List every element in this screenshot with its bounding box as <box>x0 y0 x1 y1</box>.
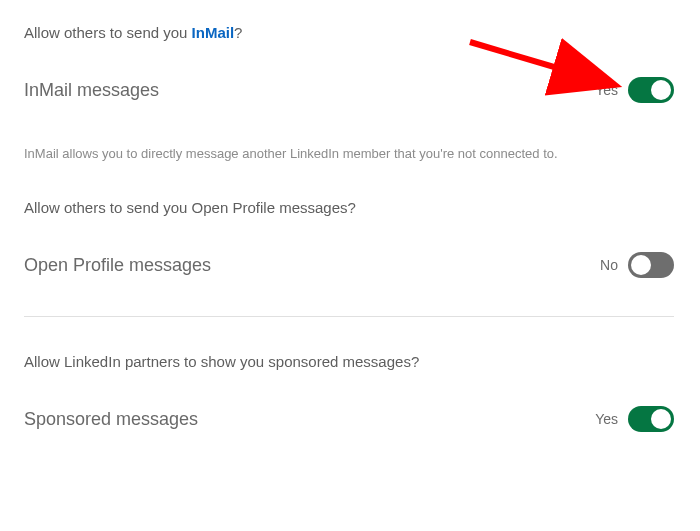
svg-line-1 <box>470 42 605 82</box>
inmail-toggle-wrap: Yes <box>595 77 674 103</box>
toggle-knob <box>631 255 651 275</box>
sponsored-toggle[interactable] <box>628 406 674 432</box>
open-profile-toggle-label: No <box>600 257 618 273</box>
inmail-brand-text: InMail <box>192 24 235 41</box>
inmail-title: InMail messages <box>24 80 159 101</box>
open-profile-title: Open Profile messages <box>24 255 211 276</box>
inmail-description: InMail allows you to directly message an… <box>24 145 674 163</box>
sponsored-setting-row: Sponsored messages Yes <box>24 406 674 432</box>
open-profile-setting-row: Open Profile messages No <box>24 252 674 278</box>
sponsored-toggle-wrap: Yes <box>595 406 674 432</box>
open-profile-toggle-wrap: No <box>600 252 674 278</box>
toggle-knob <box>651 409 671 429</box>
sponsored-toggle-label: Yes <box>595 411 618 427</box>
inmail-question-prefix: Allow others to send you <box>24 24 192 41</box>
inmail-setting-row: InMail messages Yes <box>24 77 674 103</box>
section-divider <box>24 316 674 317</box>
sponsored-question: Allow LinkedIn partners to show you spon… <box>24 353 674 370</box>
inmail-toggle-label: Yes <box>595 82 618 98</box>
sponsored-title: Sponsored messages <box>24 409 198 430</box>
open-profile-question: Allow others to send you Open Profile me… <box>24 199 674 216</box>
inmail-question-suffix: ? <box>234 24 242 41</box>
open-profile-toggle[interactable] <box>628 252 674 278</box>
inmail-toggle[interactable] <box>628 77 674 103</box>
inmail-question: Allow others to send you InMail? <box>24 24 674 41</box>
toggle-knob <box>651 80 671 100</box>
